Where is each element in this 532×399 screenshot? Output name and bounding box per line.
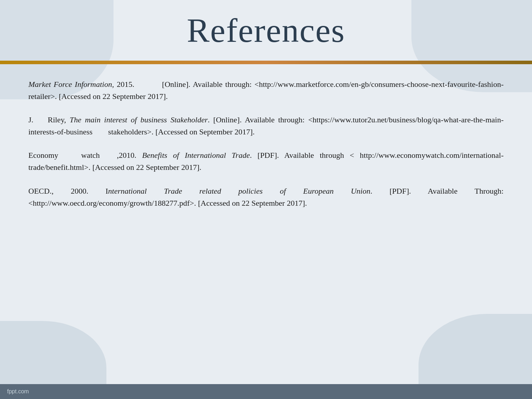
- ref2-text: J. Riley, The main interest of business …: [28, 114, 504, 138]
- references-content: Market Force Information, 2015. [Online]…: [0, 64, 532, 384]
- ref3-text: Economy watch ,2010. Benefits of Interna…: [28, 149, 504, 173]
- reference-1: Market Force Information, 2015. [Online]…: [28, 78, 504, 102]
- footer-text: fppt.com: [7, 388, 29, 395]
- ref1-text: Market Force Information, 2015. [Online]…: [28, 78, 504, 102]
- footer-bar: fppt.com: [0, 384, 532, 399]
- slide-header: References: [0, 0, 532, 57]
- reference-4: OECD., 2000. International Trade related…: [28, 185, 504, 209]
- ref4-text: OECD., 2000. International Trade related…: [28, 185, 504, 209]
- reference-3: Economy watch ,2010. Benefits of Interna…: [28, 149, 504, 173]
- slide: References Market Force Information, 201…: [0, 0, 532, 399]
- reference-2: J. Riley, The main interest of business …: [28, 114, 504, 138]
- page-title: References: [0, 11, 532, 50]
- divider-bar: [0, 61, 532, 64]
